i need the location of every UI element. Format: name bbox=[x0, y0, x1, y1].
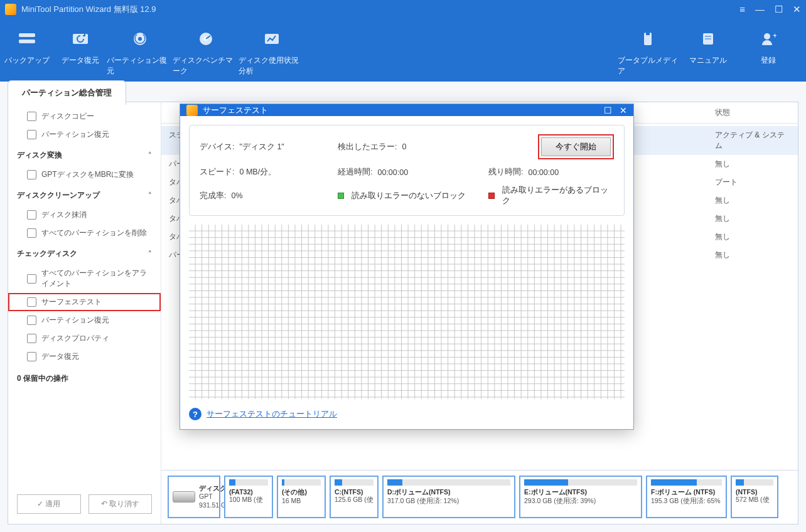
app-window: MiniTool Partition Wizard 無料版 12.9 ≡ — ☐… bbox=[0, 0, 806, 532]
chevron-up-icon: ˄ bbox=[148, 151, 152, 159]
pending-operations-label: 0 保留中の操作 bbox=[8, 366, 161, 391]
dialog-title: サーフェステスト bbox=[203, 105, 268, 116]
align-icon bbox=[27, 274, 36, 284]
toolbar-register[interactable]: + 登録 bbox=[738, 24, 798, 77]
toolbar-partition-recovery[interactable]: パーティション復元 bbox=[107, 24, 173, 77]
chevron-up-icon: ˄ bbox=[148, 191, 152, 200]
close-icon[interactable]: ✕ bbox=[793, 4, 801, 15]
data-recovery-small-icon bbox=[27, 352, 36, 361]
dialog-logo-icon bbox=[186, 105, 198, 116]
sidebar-group-check-disk[interactable]: チェックディスク˄ bbox=[8, 242, 161, 264]
row-status-text: 無し bbox=[715, 231, 790, 242]
convert-icon bbox=[27, 170, 36, 179]
row-status-text: 無し bbox=[715, 213, 790, 224]
titlebar: MiniTool Partition Wizard 無料版 12.9 ≡ — ☐… bbox=[0, 0, 806, 19]
legend-err-label: 読み取りエラーがあるブロック bbox=[502, 185, 614, 206]
benchmark-icon bbox=[196, 29, 216, 49]
sidebar-item-wipe-disk[interactable]: ディスク抹消 bbox=[8, 206, 161, 224]
surface-test-dialog: サーフェステスト ☐ ✕ デバイス:"ディスク 1" 検出したエラー:0 今すぐ… bbox=[180, 104, 634, 430]
sidebar-group-cleanup[interactable]: ディスククリーンアップ˄ bbox=[8, 184, 161, 206]
start-button-highlight: 今すぐ開始 bbox=[538, 134, 614, 159]
progress-value: 0% bbox=[231, 191, 242, 200]
row-status-text: 無し bbox=[715, 195, 790, 206]
tab-partition-management[interactable]: パーティション総合管理 bbox=[8, 80, 126, 105]
errors-value: 0 bbox=[402, 142, 406, 151]
partition-box[interactable]: (FAT32)100 MB (使 bbox=[224, 476, 273, 518]
dialog-titlebar: サーフェステスト ☐ ✕ bbox=[180, 104, 633, 116]
svg-text:+: + bbox=[773, 31, 776, 40]
sidebar-item-disk-properties[interactable]: ディスクプロパティ bbox=[8, 329, 161, 348]
elapsed-value: 00:00:00 bbox=[377, 168, 408, 177]
elapsed-label: 経過時間: bbox=[338, 167, 372, 178]
column-status: 状態 bbox=[715, 107, 790, 118]
toolbar-disk-usage[interactable]: ディスク使用状況分析 bbox=[239, 24, 304, 77]
row-status-text: 無し bbox=[715, 159, 790, 169]
dialog-close-icon[interactable]: ✕ bbox=[620, 105, 627, 115]
surface-test-icon bbox=[27, 297, 36, 307]
svg-rect-0 bbox=[19, 33, 35, 37]
partition-box[interactable]: F:ボリューム (NTFS)195.3 GB (使用済: 65% bbox=[646, 476, 727, 518]
remaining-label: 残り時間: bbox=[488, 167, 523, 178]
disk-header-box[interactable]: ディスク 1GPT931.51 GB bbox=[168, 476, 220, 518]
app-title: MiniTool Partition Wizard 無料版 12.9 bbox=[21, 4, 156, 15]
sidebar-item-disk-copy[interactable]: ディスクコピー bbox=[8, 107, 161, 125]
sidebar-item-align-all[interactable]: すべてのパーティションをアライメント bbox=[8, 264, 161, 293]
sidebar-item-partition-recovery[interactable]: パーティション復元 bbox=[8, 125, 161, 144]
hdd-icon bbox=[173, 491, 195, 503]
delete-icon bbox=[27, 228, 36, 238]
usage-icon bbox=[262, 29, 282, 49]
errors-label: 検出したエラー: bbox=[338, 142, 397, 152]
disk-copy-icon bbox=[27, 112, 36, 121]
svg-rect-9 bbox=[646, 33, 650, 35]
main-toolbar: バックアップ データ復元 パーティション復元 ディスクベンチマーク ディスク使用… bbox=[0, 19, 806, 82]
sidebar-item-delete-all[interactable]: すべてのパーティションを削除 bbox=[8, 224, 161, 242]
main-tab-bar: パーティション総合管理 bbox=[8, 80, 126, 105]
svg-rect-1 bbox=[19, 40, 35, 43]
surface-test-info-card: デバイス:"ディスク 1" 検出したエラー:0 今すぐ開始 スピード:0 MB/… bbox=[189, 125, 625, 216]
partition-recovery-small-icon bbox=[27, 316, 36, 325]
tutorial-link[interactable]: サーフェステストのチュートリアル bbox=[207, 408, 337, 420]
menu-icon[interactable]: ≡ bbox=[739, 4, 745, 15]
svg-point-4 bbox=[138, 37, 142, 41]
legend-ok-icon bbox=[338, 193, 344, 199]
sidebar-group-disk-convert[interactable]: ディスク変換˄ bbox=[8, 144, 161, 166]
undo-button[interactable]: ↶ 取り消す bbox=[89, 494, 153, 514]
toolbar-bootable-media[interactable]: ブータブルメディア bbox=[618, 24, 678, 77]
speed-label: スピード: bbox=[200, 167, 234, 178]
app-logo-icon bbox=[5, 4, 16, 15]
block-grid bbox=[189, 225, 625, 399]
toolbar-disk-benchmark[interactable]: ディスクベンチマーク bbox=[173, 24, 239, 77]
toolbar-backup[interactable]: バックアップ bbox=[0, 24, 53, 66]
manual-icon bbox=[698, 29, 718, 49]
start-now-button[interactable]: 今すぐ開始 bbox=[541, 137, 611, 156]
sidebar: ディスクコピー パーティション復元 ディスク変換˄ GPTディスクをMBRに変換… bbox=[8, 102, 161, 524]
svg-point-13 bbox=[764, 33, 770, 40]
remaining-value: 00:00:00 bbox=[528, 168, 559, 177]
row-status-text: アクティブ & システム bbox=[715, 130, 790, 151]
disk-map: ディスク 1GPT931.51 GB(FAT32)100 MB (使(その他)1… bbox=[168, 476, 792, 518]
toolbar-data-recovery[interactable]: データ復元 bbox=[53, 24, 107, 66]
device-value: "ディスク 1" bbox=[239, 142, 284, 152]
partition-box[interactable]: C:(NTFS)125.6 GB (使 bbox=[330, 476, 379, 518]
bootable-media-icon bbox=[638, 29, 658, 49]
dialog-maximize-icon[interactable]: ☐ bbox=[604, 105, 612, 115]
sidebar-item-data-recovery2[interactable]: データ復元 bbox=[8, 348, 161, 366]
tutorial-link-row: ? サーフェステストのチュートリアル bbox=[189, 408, 625, 420]
sidebar-item-surface-test[interactable]: サーフェステスト bbox=[8, 293, 161, 311]
sidebar-item-partition-recovery2[interactable]: パーティション復元 bbox=[8, 311, 161, 329]
partition-box[interactable]: E:ボリューム(NTFS)293.0 GB (使用済: 39%) bbox=[519, 476, 642, 518]
maximize-icon[interactable]: ☐ bbox=[775, 4, 783, 15]
wipe-icon bbox=[27, 210, 36, 220]
progress-label: 完成率: bbox=[200, 191, 226, 201]
partition-box[interactable]: (NTFS)572 MB (使 bbox=[731, 476, 778, 518]
apply-button[interactable]: ✓ 適用 bbox=[17, 494, 81, 514]
row-status-text: 無し bbox=[715, 250, 790, 260]
partition-box[interactable]: (その他)16 MB bbox=[277, 476, 326, 518]
legend-err-icon bbox=[488, 193, 495, 199]
sidebar-item-gpt-to-mbr[interactable]: GPTディスクをMBRに変換 bbox=[8, 166, 161, 184]
minimize-icon[interactable]: — bbox=[755, 4, 765, 15]
partition-box[interactable]: D:ボリューム(NTFS)317.0 GB (使用済: 12%) bbox=[382, 476, 515, 518]
chevron-up-icon: ˄ bbox=[148, 250, 152, 258]
toolbar-manual[interactable]: マニュアル bbox=[678, 24, 738, 77]
legend-ok-label: 読み取りエラーのないブロック bbox=[352, 191, 466, 201]
